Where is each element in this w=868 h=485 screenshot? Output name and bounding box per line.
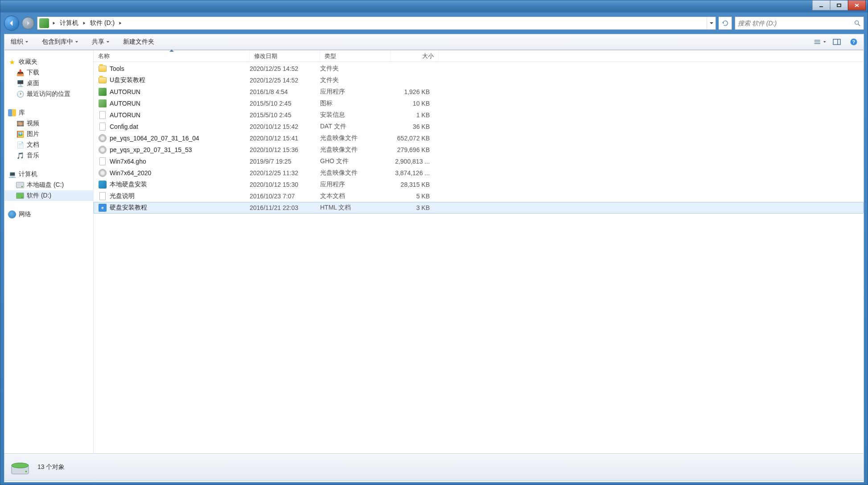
nav-back-button[interactable] (4, 16, 19, 31)
column-date[interactable]: 修改日期 (250, 50, 320, 62)
file-size: 36 KB (391, 123, 434, 130)
sidebar-item-drive-d[interactable]: 软件 (D:) (4, 190, 93, 201)
music-icon: 🎵 (16, 152, 24, 160)
window-controls (812, 0, 866, 10)
file-row[interactable]: Win7x64_20202020/12/25 11:32光盘映像文件3,874,… (94, 167, 864, 179)
chevron-down-icon (25, 40, 29, 44)
toolbar-include-in-library[interactable]: 包含到库中 (39, 36, 81, 48)
chevron-right-icon[interactable] (51, 17, 57, 29)
file-row[interactable]: AUTORUN2016/1/8 4:54应用程序1,926 KB (94, 86, 864, 98)
file-type: 应用程序 (320, 88, 391, 96)
file-row[interactable]: pe_yqs_1064_20_07_31_16_042020/10/12 15:… (94, 132, 864, 144)
sidebar-head-libraries[interactable]: 库 (4, 107, 93, 118)
chevron-right-icon[interactable] (81, 17, 87, 29)
file-date: 2020/10/12 15:36 (250, 146, 320, 153)
sidebar-item-label: 视频 (27, 119, 39, 127)
sidebar-computer-label: 计算机 (19, 170, 37, 178)
sidebar-item-documents[interactable]: 📄文档 (4, 140, 93, 150)
navbar: 计算机 软件 (D:) (4, 15, 864, 31)
help-button[interactable]: ? (847, 37, 860, 47)
search-input[interactable] (738, 20, 854, 27)
file-name: Win7x64.gho (110, 158, 250, 165)
breadcrumb-computer[interactable]: 计算机 (57, 17, 81, 29)
file-row[interactable]: Win7x64.gho2019/9/7 19:25GHO 文件2,900,813… (94, 156, 864, 167)
file-row[interactable]: AUTORUN2015/5/10 2:45安装信息1 KB (94, 109, 864, 121)
sidebar-item-pictures[interactable]: 🖼️图片 (4, 129, 93, 140)
file-row[interactable]: pe_yqs_xp_20_07_31_15_532020/10/12 15:36… (94, 144, 864, 156)
toolbar-share[interactable]: 共享 (89, 36, 112, 48)
sidebar-group-network: 网络 (4, 209, 93, 220)
close-button[interactable] (848, 0, 866, 10)
toolbar-new-folder[interactable]: 新建文件夹 (120, 36, 157, 48)
file-row[interactable]: e硬盘安装教程2016/11/21 22:03HTML 文档3 KB (94, 202, 864, 214)
file-type: 文本文档 (320, 192, 391, 200)
refresh-button[interactable] (719, 16, 732, 30)
column-name[interactable]: 名称 (94, 50, 250, 62)
sidebar-item-music[interactable]: 🎵音乐 (4, 150, 93, 161)
file-row[interactable]: AUTORUN2015/5/10 2:45图标10 KB (94, 98, 864, 109)
sidebar-item-drive-c[interactable]: 本地磁盘 (C:) (4, 180, 93, 190)
file-name: AUTORUN (110, 88, 250, 95)
file-name: pe_yqs_xp_20_07_31_15_53 (110, 146, 250, 153)
file-date: 2020/10/12 15:42 (250, 123, 320, 130)
sidebar-head-network[interactable]: 网络 (4, 209, 93, 220)
search-box[interactable] (735, 16, 864, 30)
file-type: 文件夹 (320, 76, 391, 84)
maximize-button[interactable] (830, 0, 848, 10)
file-date: 2020/10/12 15:41 (250, 135, 320, 142)
minimize-button[interactable] (812, 0, 830, 10)
file-row[interactable]: 光盘说明2016/10/23 7:07文本文档5 KB (94, 190, 864, 202)
file-date: 2020/10/12 15:30 (250, 181, 320, 188)
file-date: 2015/5/10 2:45 (250, 100, 320, 107)
computer-icon: 💻 (8, 170, 16, 178)
file-icon: e (98, 203, 107, 212)
file-icon (98, 180, 107, 189)
sort-ascending-icon (169, 49, 174, 52)
sidebar-head-favorites[interactable]: ★ 收藏夹 (4, 57, 93, 67)
file-type: HTML 文档 (320, 204, 391, 212)
sidebar-head-computer[interactable]: 💻 计算机 (4, 169, 93, 180)
file-row[interactable]: Config.dat2020/10/12 15:42DAT 文件36 KB (94, 121, 864, 132)
file-type: 光盘映像文件 (320, 134, 391, 142)
drive-large-icon (10, 457, 30, 477)
statusbar: 13 个对象 (4, 453, 864, 481)
file-size: 28,315 KB (391, 181, 434, 188)
view-options-button[interactable] (814, 37, 826, 47)
svg-point-4 (855, 21, 859, 25)
sidebar-group-libraries: 库 🎞️视频 🖼️图片 📄文档 🎵音乐 (4, 107, 93, 161)
preview-pane-button[interactable] (831, 37, 843, 47)
file-size: 10 KB (391, 100, 434, 107)
column-type[interactable]: 类型 (320, 50, 391, 62)
svg-rect-1 (837, 4, 841, 7)
chevron-down-icon (75, 40, 78, 44)
file-size: 5 KB (391, 193, 434, 200)
file-list[interactable]: Tools2020/12/25 14:52文件夹U盘安装教程2020/12/25… (94, 62, 864, 482)
sidebar-item-desktop[interactable]: 🖥️桌面 (4, 78, 93, 89)
sidebar-item-recent[interactable]: 🕑最近访问的位置 (4, 89, 93, 99)
toolbar-share-label: 共享 (92, 38, 104, 46)
file-row[interactable]: U盘安装教程2020/12/25 14:52文件夹 (94, 74, 864, 86)
nav-forward-button[interactable] (22, 17, 34, 29)
address-dropdown[interactable] (707, 17, 716, 29)
address-bar[interactable]: 计算机 软件 (D:) (37, 16, 716, 30)
sidebar-item-videos[interactable]: 🎞️视频 (4, 118, 93, 129)
file-icon (98, 99, 107, 108)
sidebar: ★ 收藏夹 📥下载 🖥️桌面 🕑最近访问的位置 库 🎞️视频 🖼️图片 📄文档 … (4, 50, 94, 482)
content-pane: 名称 修改日期 类型 大小 Tools2020/12/25 14:52文件夹U盘… (94, 50, 864, 482)
file-size: 2,900,813 ... (391, 158, 434, 165)
column-size[interactable]: 大小 (391, 50, 439, 62)
breadcrumb-current[interactable]: 软件 (D:) (87, 17, 117, 29)
file-type: 应用程序 (320, 181, 391, 189)
chevron-right-icon[interactable] (117, 17, 123, 29)
file-name: U盘安装教程 (110, 76, 250, 84)
sidebar-favorites-label: 收藏夹 (19, 58, 37, 66)
toolbar-organize-label: 组织 (11, 38, 23, 46)
file-row[interactable]: 本地硬盘安装2020/10/12 15:30应用程序28,315 KB (94, 179, 864, 190)
document-icon: 📄 (16, 141, 24, 149)
drive-icon (16, 181, 24, 189)
file-type: GHO 文件 (320, 157, 391, 165)
sidebar-item-downloads[interactable]: 📥下载 (4, 67, 93, 78)
toolbar-organize[interactable]: 组织 (8, 36, 31, 48)
file-row[interactable]: Tools2020/12/25 14:52文件夹 (94, 63, 864, 74)
toolbar-newfolder-label: 新建文件夹 (123, 38, 154, 46)
